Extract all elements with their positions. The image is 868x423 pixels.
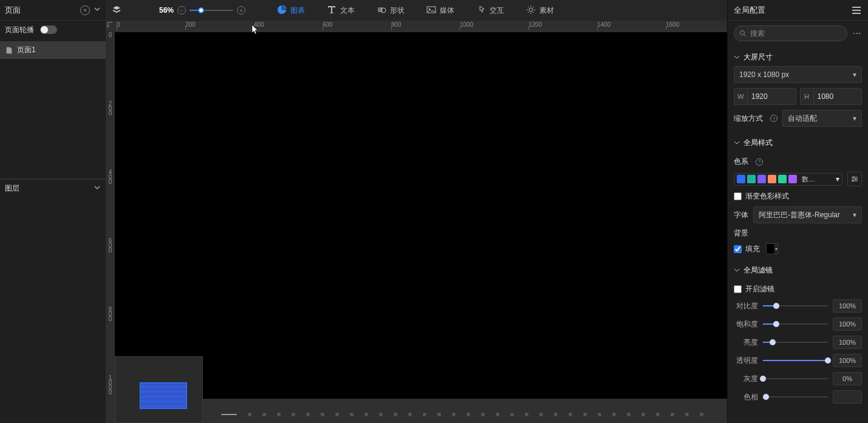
canvas-viewport[interactable] [115,30,727,423]
paginator-dot[interactable] [292,413,295,416]
paginator-dot[interactable] [641,413,645,416]
layers-stack-icon[interactable] [112,5,121,16]
paginator-dot[interactable] [350,413,354,416]
chevron-down-icon[interactable] [734,266,740,275]
zoom-in-button[interactable]: + [237,6,245,15]
paginator-dot[interactable] [481,413,485,416]
scale-mode-value: 自动适配 [788,113,817,124]
paginator-dot[interactable] [583,413,587,416]
paginator-dot[interactable] [539,413,543,416]
filter-row: 灰度0% [734,372,862,385]
toolbar-chart-button[interactable]: 图表 [277,5,305,16]
page-carousel-toggle[interactable] [40,25,57,34]
info-icon[interactable]: ? [770,115,777,122]
palette-select[interactable]: 数… ▾ [734,173,842,186]
filter-row: 对比度100% [734,299,862,313]
paginator-dot[interactable] [554,413,558,416]
page-list-item[interactable]: 页面1 [0,41,106,59]
paginator-dot[interactable] [700,413,703,416]
assets-icon [526,5,536,16]
caret-down-icon: ▾ [853,211,856,219]
chevron-down-icon[interactable] [734,53,740,62]
ruler-origin-icon [106,21,115,30]
toolbar-interact-button[interactable]: 交互 [476,5,504,16]
layers-collapse-icon[interactable] [94,184,101,193]
page-item-label: 页面1 [17,45,36,55]
minimap-viewport[interactable] [140,382,187,409]
size-preset-select[interactable]: 1920 x 1080 px ▾ [734,66,862,83]
filter-slider[interactable] [763,356,828,365]
gradient-style-checkbox[interactable] [734,192,742,200]
filter-value[interactable]: 100% [833,317,862,331]
paginator-dot[interactable] [452,413,456,416]
add-page-button[interactable]: + [80,5,90,15]
zoom-out-button[interactable]: − [177,6,186,15]
filter-value[interactable] [833,390,862,404]
shape-icon [377,5,386,16]
filter-value[interactable]: 100% [833,299,862,313]
toolbar-assets-button[interactable]: 素材 [526,5,554,16]
paginator-dot[interactable] [466,413,470,416]
search-input[interactable] [750,29,842,38]
filter-row: 透明度100% [734,354,862,367]
width-input[interactable] [748,92,796,101]
paginator-dot[interactable] [612,413,616,416]
pages-collapse-icon[interactable] [94,5,101,15]
more-options-icon[interactable]: ⋮ [852,29,862,38]
filter-value[interactable]: 0% [833,372,862,385]
info-icon[interactable]: ? [756,158,763,166]
toolbar-text-button[interactable]: 文本 [327,5,355,16]
paginator-dot[interactable] [656,413,660,416]
fill-checkbox[interactable] [734,245,742,253]
paginator-current[interactable] [221,414,237,415]
paginator-dot[interactable] [408,413,412,416]
paginator-dot[interactable] [423,413,426,416]
paginator-dot[interactable] [525,413,528,416]
palette-settings-button[interactable] [847,172,862,186]
page-paginator[interactable] [221,410,721,419]
paginator-dot[interactable] [496,413,499,416]
ruler-v-tick: 0 [106,33,115,38]
filter-slider[interactable] [763,374,828,383]
filter-slider[interactable] [763,302,828,310]
paginator-dot[interactable] [321,413,324,416]
filter-value[interactable]: 100% [833,354,862,367]
font-select[interactable]: 阿里巴巴-普惠体-Regular ▾ [753,206,862,223]
filter-slider[interactable] [763,320,828,328]
paginator-dot[interactable] [627,413,630,416]
paginator-dot[interactable] [437,413,441,416]
page-carousel-label: 页面轮播 [5,25,34,35]
paginator-dot[interactable] [685,413,689,416]
palette-swatch [737,175,745,183]
ruler-h-tick: 1400 [597,21,610,30]
filter-slider[interactable] [763,338,828,347]
filter-slider-label: 透明度 [734,356,758,366]
paginator-dot[interactable] [262,413,266,416]
panel-menu-icon[interactable] [851,5,862,15]
enable-filter-checkbox[interactable] [734,285,742,293]
paginator-dot[interactable] [598,413,601,416]
paginator-dot[interactable] [394,413,397,416]
filter-slider[interactable] [763,393,828,401]
paginator-dot[interactable] [335,413,339,416]
toolbar-media-button[interactable]: 媒体 [426,5,454,16]
interact-icon [476,5,486,16]
zoom-slider[interactable] [190,5,233,15]
paginator-dot[interactable] [277,413,281,416]
paginator-dot[interactable] [510,413,514,416]
fill-color-chip[interactable]: ▾ [766,243,778,254]
filter-value[interactable]: 100% [833,336,862,349]
paginator-dot[interactable] [364,413,368,416]
paginator-dot[interactable] [306,413,310,416]
palette-swatch [757,175,766,183]
chevron-down-icon[interactable] [734,139,740,147]
canvas-artboard[interactable] [115,32,727,399]
minimap[interactable] [115,356,203,423]
toolbar-shape-button[interactable]: 形状 [377,5,405,16]
paginator-dot[interactable] [379,413,383,416]
scale-mode-select[interactable]: 自动适配 ▾ [782,110,862,127]
height-input[interactable] [814,92,862,101]
paginator-dot[interactable] [569,413,572,416]
paginator-dot[interactable] [248,413,251,416]
paginator-dot[interactable] [671,413,674,416]
